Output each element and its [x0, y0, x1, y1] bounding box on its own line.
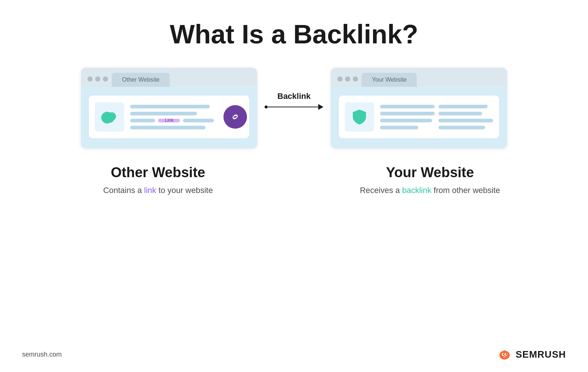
- link-chain-icon: [223, 105, 247, 129]
- left-browser-content: Link: [81, 87, 257, 149]
- svg-point-6: [503, 354, 504, 355]
- right-label-title: Your Website: [331, 165, 529, 180]
- left-link-word: link: [144, 186, 156, 195]
- footer-domain: semrush.com: [22, 351, 62, 358]
- right-line-7: [380, 126, 418, 129]
- content-line-1: [130, 105, 210, 108]
- right-browser-content: [331, 87, 507, 149]
- content-line-4: [130, 126, 205, 129]
- chain-svg: [229, 111, 241, 123]
- svg-point-7: [506, 354, 507, 355]
- right-desc-prefix: Receives a: [360, 186, 402, 195]
- right-browser-dot-2: [345, 76, 350, 82]
- left-browser: Other Website: [81, 68, 257, 149]
- right-browser-tab: Your Website: [362, 73, 417, 87]
- right-line-2: [438, 105, 488, 108]
- content-line-2: [130, 112, 197, 115]
- right-line-4: [438, 112, 482, 115]
- right-line-1: [380, 105, 435, 108]
- browser-dot-2: [95, 76, 100, 82]
- arrow-shaft: [268, 107, 318, 107]
- right-browser-dots: [337, 76, 358, 87]
- semrush-icon: [497, 347, 512, 362]
- left-desc-prefix: Contains a: [103, 186, 144, 195]
- left-label-desc: Contains a link to your website: [59, 186, 257, 195]
- labels-row: Other Website Contains a link to your we…: [0, 165, 588, 195]
- svg-point-2: [104, 117, 114, 123]
- semrush-logo: SEMRUSH: [497, 347, 566, 362]
- semrush-brand-text: SEMRUSH: [516, 349, 566, 360]
- right-label-block: Your Website Receives a backlink from ot…: [331, 165, 529, 195]
- left-browser-dots: [87, 76, 108, 87]
- right-line-8: [438, 126, 485, 129]
- browser-dot-1: [87, 76, 93, 82]
- diagrams-row: Other Website: [0, 68, 588, 149]
- right-label-desc: Receives a backlink from other website: [331, 186, 529, 195]
- left-desc-suffix: to your website: [156, 186, 213, 195]
- right-card-icon: [345, 102, 374, 132]
- right-browser-dot-3: [353, 76, 358, 82]
- left-card-illustration: [101, 109, 118, 125]
- right-content-card: [339, 96, 499, 138]
- right-browser-titlebar: Your Website: [331, 68, 507, 87]
- page-title: What Is a Backlink?: [170, 19, 418, 49]
- right-backlink-word: backlink: [402, 186, 431, 195]
- arrow-container: Backlink: [257, 92, 331, 110]
- arrow-head: [318, 104, 323, 110]
- footer: semrush.com SEMRUSH: [0, 347, 588, 362]
- right-desc-suffix: from other website: [431, 186, 500, 195]
- left-label-title: Other Website: [59, 165, 257, 180]
- arrow-line: [265, 104, 323, 110]
- left-card-lines: Link: [130, 105, 214, 129]
- arrow-dot: [265, 105, 268, 108]
- left-browser-tab: Other Website: [112, 73, 170, 87]
- right-line-6: [438, 119, 493, 122]
- link-label: Link: [165, 117, 173, 123]
- shield-svg: [350, 107, 369, 126]
- left-content-card: Link: [89, 96, 249, 138]
- link-line-row: Link: [130, 119, 214, 122]
- right-browser-dot-1: [337, 76, 343, 82]
- right-line-3: [380, 112, 435, 115]
- link-highlight: Link: [158, 119, 180, 122]
- browser-dot-3: [103, 76, 108, 82]
- content-line-3a: [130, 119, 155, 122]
- backlink-arrow-label: Backlink: [277, 92, 311, 101]
- left-card-icon: [95, 102, 124, 132]
- left-label-block: Other Website Contains a link to your we…: [59, 165, 257, 195]
- content-line-3b: [183, 119, 214, 122]
- left-browser-titlebar: Other Website: [81, 68, 257, 87]
- right-card-lines: [380, 105, 493, 129]
- right-line-5: [380, 119, 432, 122]
- right-browser: Your Website: [331, 68, 507, 149]
